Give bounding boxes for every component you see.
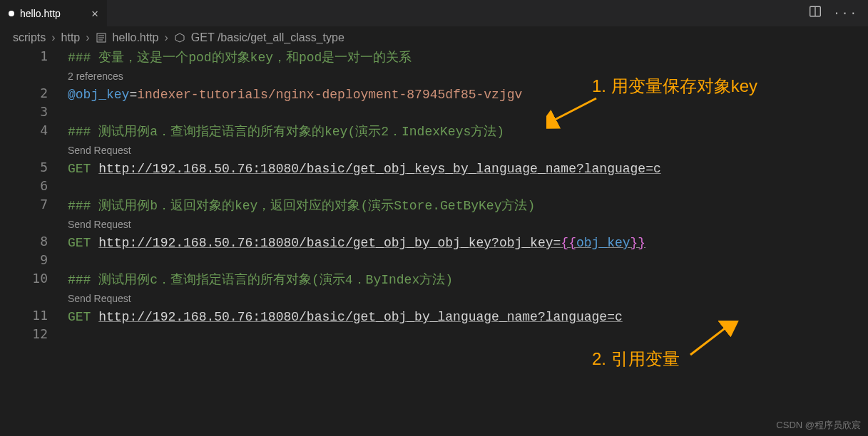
http-url[interactable]: http://192.168.50.76:18080/basic/get_obj…	[98, 162, 661, 176]
breadcrumb-part[interactable]: scripts	[13, 31, 46, 44]
comment: ### 测试用例c．查询指定语言的所有对象(演示4．ByIndex方法)	[68, 273, 453, 287]
tab-hello-http[interactable]: hello.http ✕	[0, 0, 107, 26]
template-brace-close: }}	[630, 236, 646, 250]
codelens-send-request[interactable]: Send Request	[68, 215, 131, 234]
watermark: CSDN @程序员欣宸	[776, 419, 861, 432]
template-brace-open: {{	[561, 236, 576, 250]
line-number: 10	[0, 271, 68, 286]
line-number: 7	[0, 197, 68, 212]
codelens-send-request[interactable]: Send Request	[68, 289, 131, 308]
line-number: 1	[0, 48, 68, 63]
line-number: 11	[0, 308, 68, 323]
breadcrumb-part[interactable]: http	[61, 31, 81, 44]
line-number: 3	[0, 104, 68, 119]
split-editor-icon[interactable]	[809, 5, 822, 21]
breadcrumb-part[interactable]: GET /basic/get_all_class_type	[191, 31, 344, 44]
breadcrumb[interactable]: scripts › http › hello.http › GET /basic…	[0, 27, 868, 48]
line-number: 6	[0, 178, 68, 193]
url-prefix: http://192.168.50.76:18080/basic/get_obj…	[98, 236, 561, 250]
chevron-right-icon: ›	[86, 31, 89, 44]
comment: ### 测试用例a．查询指定语言的所有对象的key(演示2．IndexKeys方…	[68, 125, 504, 139]
codelens-send-request[interactable]: Send Request	[68, 141, 131, 160]
http-method: GET	[68, 162, 91, 176]
more-actions-icon[interactable]: ···	[833, 7, 858, 20]
chevron-right-icon: ›	[51, 31, 55, 44]
line-number: 9	[0, 252, 68, 267]
line-number: 8	[0, 234, 68, 249]
tab-filename: hello.http	[20, 8, 61, 19]
tab-bar: hello.http ✕ ···	[0, 0, 868, 27]
http-method: GET	[68, 310, 91, 324]
file-icon	[96, 32, 107, 43]
http-url[interactable]: http://192.168.50.76:18080/basic/get_obj…	[98, 310, 623, 324]
variable-value: indexer-tutorials/nginx-deployment-87945…	[137, 88, 522, 102]
variable-name: @obj_key	[68, 88, 129, 102]
svg-marker-6	[175, 33, 184, 42]
http-url[interactable]: http://192.168.50.76:18080/basic/get_obj…	[98, 236, 645, 250]
line-number: 12	[0, 326, 68, 341]
operator: =	[129, 88, 137, 102]
editor[interactable]: 1 ### 变量，这是一个pod的对象key，和pod是一对一的关系 2 ref…	[0, 48, 868, 345]
chevron-right-icon: ›	[165, 31, 168, 44]
breadcrumb-part[interactable]: hello.http	[113, 31, 159, 44]
method-icon	[174, 32, 185, 43]
variable-reference: obj_key	[576, 236, 630, 250]
line-number: 2	[0, 85, 68, 100]
annotation-2: 2. 引用变量	[592, 348, 680, 370]
codelens-references[interactable]: 2 references	[68, 67, 123, 85]
http-method: GET	[68, 236, 91, 250]
close-icon[interactable]: ✕	[91, 6, 98, 21]
modified-dot-icon	[9, 11, 14, 16]
comment: ### 变量，这是一个pod的对象key，和pod是一对一的关系	[68, 51, 412, 65]
line-number: 4	[0, 123, 68, 137]
tab-actions: ···	[799, 0, 868, 26]
line-number: 5	[0, 160, 68, 175]
comment: ### 测试用例b．返回对象的key，返回对应的对象(演示Store.GetBy…	[68, 199, 535, 213]
